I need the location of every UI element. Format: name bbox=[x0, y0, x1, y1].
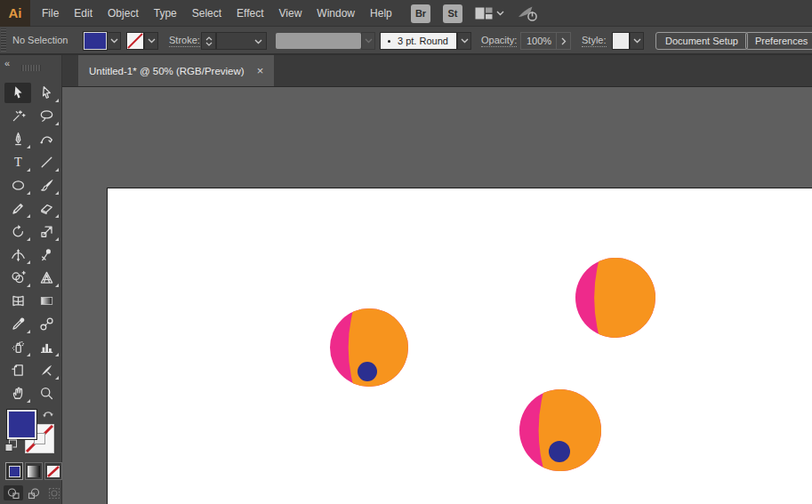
brush-definition-combo[interactable]: 3 pt. Round bbox=[380, 32, 457, 50]
menu-window[interactable]: Window bbox=[317, 7, 355, 20]
fill-color-dropdown[interactable] bbox=[107, 32, 121, 50]
preferences-button[interactable]: Preferences bbox=[745, 32, 812, 50]
menu-select[interactable]: Select bbox=[192, 7, 221, 20]
menu-help[interactable]: Help bbox=[370, 7, 392, 20]
draw-inside-button[interactable] bbox=[44, 485, 64, 500]
panel-gripper[interactable] bbox=[21, 65, 41, 71]
slice-tool[interactable] bbox=[33, 360, 60, 380]
stroke-color-swatch-none[interactable] bbox=[126, 32, 144, 50]
ball-1[interactable] bbox=[330, 199, 646, 496]
ball-2[interactable] bbox=[575, 146, 812, 450]
magic-wand-tool[interactable] bbox=[4, 106, 31, 126]
chevron-down-icon bbox=[110, 38, 118, 44]
stroke-weight-stepper[interactable] bbox=[201, 32, 216, 50]
column-graph-tool[interactable] bbox=[33, 337, 60, 357]
workspace-switcher[interactable] bbox=[475, 7, 504, 20]
magic-wand-icon bbox=[11, 108, 26, 124]
paintbrush-tool[interactable] bbox=[33, 175, 60, 196]
artboard-icon bbox=[11, 363, 26, 378]
gradient-tool[interactable] bbox=[33, 291, 60, 311]
flyout-indicator bbox=[55, 191, 59, 195]
draw-normal-button[interactable] bbox=[4, 485, 23, 500]
flyout-indicator bbox=[55, 237, 59, 241]
shape-builder-tool[interactable] bbox=[4, 268, 31, 288]
zoom-icon bbox=[39, 386, 54, 401]
type-tool[interactable]: T bbox=[4, 152, 31, 172]
gradient-button-swatch bbox=[28, 466, 40, 477]
gradient-button[interactable] bbox=[25, 462, 43, 480]
width-tool[interactable] bbox=[4, 244, 31, 265]
flyout-indicator bbox=[27, 191, 30, 195]
color-button-swatch bbox=[9, 466, 20, 477]
fill-swatch[interactable] bbox=[7, 410, 36, 439]
blend-tool[interactable] bbox=[33, 314, 60, 334]
control-bar-gripper[interactable] bbox=[1, 28, 6, 52]
document-tab-title: Untitled-1* @ 50% (RGB/Preview) bbox=[89, 66, 245, 76]
ellipse-tool[interactable] bbox=[4, 175, 31, 196]
symbol-sprayer-tool[interactable] bbox=[4, 337, 31, 357]
scale-tool[interactable] bbox=[33, 221, 60, 242]
mesh-tool[interactable] bbox=[4, 291, 31, 311]
color-button[interactable] bbox=[5, 462, 23, 480]
pencil-tool[interactable] bbox=[4, 198, 31, 219]
opacity-field[interactable]: 100% bbox=[520, 32, 571, 50]
chevron-down-icon bbox=[461, 38, 469, 44]
style-label[interactable]: Style: bbox=[582, 35, 607, 47]
variable-width-profile-combo[interactable] bbox=[276, 33, 361, 49]
ball-3[interactable] bbox=[519, 275, 812, 504]
selection-tool[interactable] bbox=[4, 83, 31, 103]
line-segment-tool[interactable] bbox=[33, 152, 60, 172]
bridge-button[interactable]: Br bbox=[411, 4, 430, 23]
puppet-warp-tool[interactable] bbox=[33, 244, 60, 265]
tools-panel: « T bbox=[0, 55, 62, 504]
none-button[interactable] bbox=[44, 462, 62, 480]
menu-object[interactable]: Object bbox=[108, 7, 139, 20]
menu-file[interactable]: File bbox=[42, 7, 59, 20]
menu-view[interactable]: View bbox=[279, 7, 302, 20]
opacity-presets-arrow[interactable] bbox=[556, 33, 570, 49]
illustrator-window: Ai FileEditObjectTypeSelectEffectViewWin… bbox=[0, 0, 812, 504]
collapse-panel-button[interactable]: « bbox=[4, 58, 9, 68]
menu-type[interactable]: Type bbox=[154, 7, 177, 20]
menubar-right-cluster: Br St bbox=[411, 0, 540, 27]
default-fill-stroke-icon[interactable] bbox=[4, 439, 18, 452]
graphic-style-dropdown[interactable] bbox=[630, 32, 644, 50]
direct-selection-tool[interactable] bbox=[33, 83, 60, 103]
brush-definition-dropdown[interactable] bbox=[457, 32, 471, 50]
document-setup-button[interactable]: Document Setup bbox=[655, 32, 748, 50]
menu-bar: Ai FileEditObjectTypeSelectEffectViewWin… bbox=[0, 0, 812, 27]
illustrator-app-icon: Ai bbox=[0, 0, 30, 27]
style-panel-button[interactable]: St bbox=[443, 4, 462, 23]
stroke-color-dropdown[interactable] bbox=[144, 32, 158, 50]
perspective-grid-tool[interactable] bbox=[33, 268, 60, 288]
fill-color-swatch[interactable] bbox=[84, 32, 107, 50]
hand-tool[interactable] bbox=[4, 383, 31, 404]
opacity-label[interactable]: Opacity: bbox=[481, 35, 517, 47]
menu-edit[interactable]: Edit bbox=[74, 7, 92, 20]
swap-fill-stroke-icon[interactable] bbox=[42, 408, 55, 420]
artboard-tool[interactable] bbox=[4, 360, 31, 380]
tab-close-button[interactable]: × bbox=[257, 65, 264, 76]
pen-tool[interactable] bbox=[4, 129, 31, 149]
opacity-value: 100% bbox=[521, 36, 556, 46]
menu-effect[interactable]: Effect bbox=[237, 7, 263, 20]
slice-icon bbox=[39, 363, 54, 378]
gpu-performance-icon[interactable] bbox=[517, 4, 540, 23]
lasso-tool[interactable] bbox=[33, 106, 60, 126]
variable-width-dropdown[interactable] bbox=[361, 32, 375, 50]
zoom-tool[interactable] bbox=[33, 383, 60, 404]
control-bar: No Selection Stroke: 3 pt. Round bbox=[0, 27, 812, 55]
blend-icon bbox=[39, 316, 54, 332]
fill-stroke-indicator bbox=[0, 407, 62, 460]
shape-builder-icon bbox=[11, 270, 26, 285]
eyedropper-tool[interactable] bbox=[4, 314, 31, 334]
graphic-style-swatch[interactable] bbox=[612, 32, 630, 50]
stepper-down-icon bbox=[205, 42, 213, 46]
stroke-weight-label[interactable]: Stroke: bbox=[169, 35, 200, 47]
document-tab[interactable]: Untitled-1* @ 50% (RGB/Preview) × bbox=[78, 55, 274, 86]
eraser-tool[interactable] bbox=[33, 198, 60, 219]
draw-behind-button[interactable] bbox=[24, 485, 44, 500]
curvature-tool[interactable] bbox=[33, 129, 60, 149]
rotate-tool[interactable] bbox=[4, 221, 31, 242]
stroke-weight-combo[interactable] bbox=[216, 32, 267, 50]
